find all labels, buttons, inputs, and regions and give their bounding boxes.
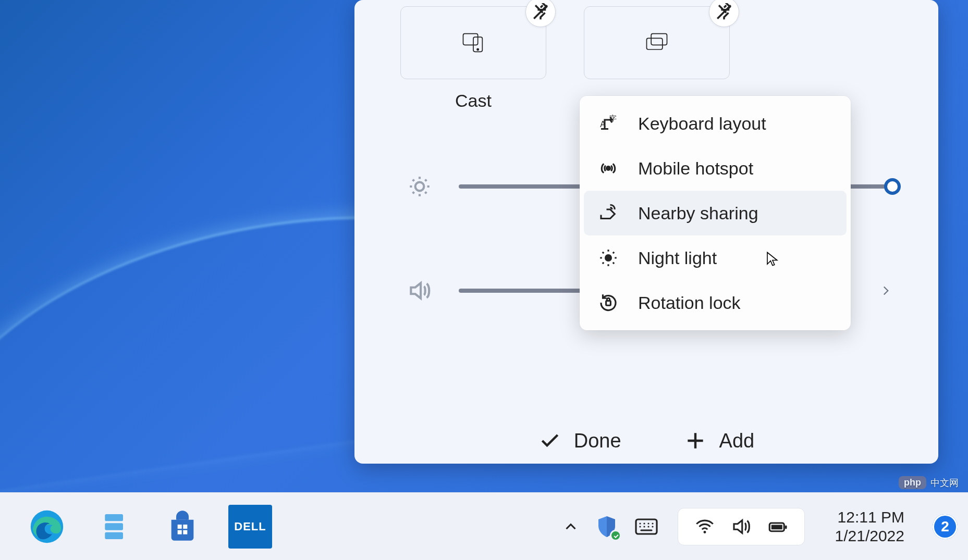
svg-rect-21	[183, 530, 187, 534]
add-menu-item-nearby-sharing[interactable]: Nearby sharing	[584, 191, 847, 235]
dell-icon: DELL	[228, 505, 272, 549]
watermark: php 中文网	[899, 476, 959, 489]
menu-item-label: Keyboard layout	[638, 114, 766, 134]
wifi-icon	[694, 516, 716, 538]
microsoft-store-icon	[166, 510, 199, 543]
add-menu-popup: A 字 Keyboard layout Mobile hotspot Nearb…	[580, 96, 851, 330]
add-button[interactable]: Add	[684, 429, 755, 452]
svg-rect-22	[636, 519, 657, 534]
taskbar-quick-settings-cluster[interactable]	[678, 508, 805, 545]
battery-icon	[767, 516, 789, 538]
svg-point-5	[415, 182, 424, 191]
server-manager-icon	[98, 510, 131, 543]
brightness-slider-thumb[interactable]	[884, 178, 901, 195]
quick-settings-footer: Done Add	[354, 429, 938, 452]
plus-icon	[684, 429, 707, 452]
taskbar-pinned-apps: DELL	[25, 505, 272, 549]
taskbar-clock[interactable]: 12:11 PM 1/21/2022	[835, 508, 904, 545]
menu-item-label: Night light	[638, 248, 717, 268]
taskbar-app-edge[interactable]	[25, 505, 69, 549]
done-label: Done	[574, 430, 621, 452]
watermark-text: 中文网	[930, 477, 959, 489]
project-tile-button[interactable]	[584, 6, 730, 79]
add-label: Add	[719, 430, 755, 452]
brightness-icon	[407, 173, 433, 200]
check-icon	[538, 429, 561, 452]
svg-rect-16	[117, 525, 121, 528]
mobile-hotspot-icon	[597, 157, 619, 179]
taskbar-app-server-manager[interactable]	[93, 505, 137, 549]
svg-text:字: 字	[609, 114, 617, 122]
keyboard-layout-icon: A 字	[597, 113, 619, 134]
project-icon	[643, 29, 670, 56]
add-menu-item-night-light[interactable]: Night light	[584, 235, 847, 280]
notification-center-badge[interactable]: 2	[933, 514, 958, 539]
svg-rect-10	[606, 301, 611, 306]
done-button[interactable]: Done	[538, 429, 621, 452]
touch-keyboard-button[interactable]	[634, 514, 659, 539]
svg-rect-17	[117, 534, 121, 537]
quick-settings-tile-project	[584, 6, 730, 111]
nearby-sharing-icon	[597, 202, 619, 224]
windows-security-tray[interactable]	[594, 514, 619, 539]
taskbar-time: 12:11 PM	[835, 508, 904, 527]
add-menu-item-keyboard-layout[interactable]: A 字 Keyboard layout	[584, 101, 847, 146]
taskbar-app-microsoft-store[interactable]	[161, 505, 204, 549]
quick-settings-tile-cast: Cast	[400, 6, 546, 111]
svg-rect-0	[463, 34, 478, 45]
unpin-icon	[715, 3, 733, 21]
menu-item-label: Mobile hotspot	[638, 158, 753, 179]
add-menu-item-rotation-lock[interactable]: Rotation lock	[584, 280, 847, 325]
svg-rect-4	[647, 38, 663, 49]
edge-icon	[29, 509, 65, 544]
svg-rect-19	[183, 525, 187, 529]
watermark-brand: php	[899, 476, 926, 489]
svg-rect-15	[117, 516, 121, 519]
volume-icon	[407, 278, 433, 304]
cast-tile-button[interactable]	[400, 6, 546, 79]
night-light-icon	[597, 247, 619, 269]
svg-rect-18	[178, 525, 182, 529]
add-menu-item-mobile-hotspot[interactable]: Mobile hotspot	[584, 146, 847, 191]
notification-count: 2	[941, 518, 949, 535]
rotation-lock-icon	[597, 292, 619, 314]
taskbar-system-tray: 12:11 PM 1/21/2022 2	[562, 508, 958, 545]
unpin-icon	[532, 3, 549, 21]
speaker-icon	[730, 516, 752, 538]
quick-settings-tiles-row: Cast	[359, 4, 934, 111]
svg-point-23	[703, 531, 706, 533]
svg-point-8	[607, 167, 610, 170]
taskbar-date: 1/21/2022	[835, 527, 904, 545]
unpin-cast-button[interactable]	[525, 0, 556, 27]
svg-rect-25	[785, 525, 787, 529]
taskbar: DELL	[0, 492, 968, 560]
menu-item-label: Nearby sharing	[638, 203, 758, 223]
menu-item-label: Rotation lock	[638, 293, 741, 313]
cast-tile-label: Cast	[455, 91, 492, 111]
svg-text:A: A	[600, 120, 606, 129]
unpin-project-button[interactable]	[709, 0, 739, 27]
volume-expand-button[interactable]	[879, 284, 892, 297]
svg-rect-20	[178, 530, 182, 534]
cast-icon	[460, 29, 487, 56]
svg-rect-26	[771, 525, 782, 529]
svg-point-2	[477, 48, 479, 50]
svg-rect-3	[651, 34, 667, 45]
tray-overflow-button[interactable]	[562, 518, 580, 536]
taskbar-app-dell[interactable]: DELL	[228, 505, 272, 549]
svg-point-9	[605, 254, 612, 262]
